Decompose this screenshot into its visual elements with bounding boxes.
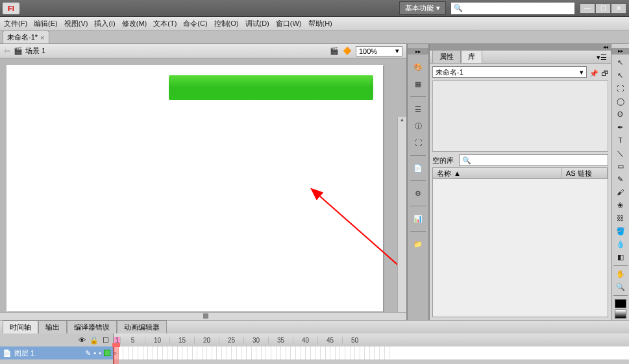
tab-compiler-errors[interactable]: 编译器错误 (67, 321, 117, 334)
menu-view[interactable]: 视图(V) (64, 19, 88, 29)
menu-command[interactable]: 命令(C) (183, 19, 207, 29)
align-panel-icon[interactable]: ☰ (411, 102, 425, 116)
frame-cell[interactable] (311, 346, 316, 359)
frame-cell[interactable] (375, 346, 380, 359)
help-search-input[interactable] (463, 5, 572, 12)
help-search[interactable]: 🔍 (451, 3, 574, 14)
frame-cell[interactable] (345, 346, 351, 359)
frame-cell[interactable] (237, 346, 242, 359)
menu-insert[interactable]: 插入(I) (94, 19, 115, 29)
tab-output[interactable]: 输出 (38, 321, 67, 334)
frame-cell[interactable] (119, 346, 124, 359)
frame-cell[interactable] (291, 346, 296, 359)
frame-cell[interactable] (301, 346, 306, 359)
layer-lock-dot[interactable]: • (99, 349, 101, 357)
frame-cell[interactable] (188, 346, 193, 359)
paint-bucket-tool[interactable]: 🪣 (613, 225, 628, 237)
frame-cell[interactable] (217, 346, 222, 359)
stroke-color-swatch[interactable] (615, 299, 626, 308)
tab-properties[interactable]: 属性 (432, 50, 461, 63)
3d-rotation-tool[interactable]: ◯ (613, 95, 628, 108)
frame-cell[interactable] (212, 346, 217, 359)
layer-visible-dot[interactable]: • (93, 349, 96, 357)
frame-ruler[interactable]: 1 5 10 15 20 25 30 35 40 45 50 (114, 334, 629, 346)
zoom-tool[interactable]: 🔍 (613, 281, 628, 293)
frame-cell[interactable] (336, 346, 341, 359)
new-library-icon[interactable]: 🗗 (601, 69, 608, 77)
menu-debug[interactable]: 调试(D) (245, 19, 269, 29)
frame-cell[interactable] (355, 346, 360, 359)
col-name[interactable]: 名称 ▲ (433, 168, 562, 178)
line-tool[interactable]: ＼ (613, 147, 628, 160)
brush-tool[interactable]: 🖌 (613, 186, 628, 199)
frame-cell[interactable] (129, 346, 134, 359)
frame-cell[interactable] (148, 346, 153, 359)
frame-cell[interactable] (197, 346, 203, 359)
eyedropper-tool[interactable]: 💧 (613, 238, 628, 250)
library-doc-select[interactable]: 未命名-1 ▾ (432, 66, 587, 78)
scene-breadcrumb[interactable]: 🎬 场景 1 (14, 46, 45, 56)
frame-cell[interactable] (182, 346, 188, 359)
vertical-scrollbar[interactable] (397, 117, 406, 312)
frame-cell[interactable] (286, 346, 291, 359)
bone-tool[interactable]: ⛓ (613, 212, 628, 224)
lock-icon[interactable]: 🔒 (90, 336, 99, 345)
library-item-list[interactable] (432, 179, 608, 317)
frame-cell[interactable] (351, 346, 356, 359)
frame-cell[interactable] (123, 346, 129, 359)
close-tab-icon[interactable]: × (40, 34, 44, 42)
fill-color-swatch[interactable] (615, 309, 626, 319)
close-button[interactable]: ✕ (611, 3, 626, 14)
frame-cell[interactable] (232, 346, 237, 359)
frame-cell[interactable] (143, 346, 149, 359)
library-search-input[interactable] (474, 156, 605, 164)
document-tab[interactable]: 未命名-1* × (3, 30, 49, 43)
frame-cell[interactable] (163, 346, 168, 359)
green-rectangle-shape[interactable] (169, 75, 373, 100)
info-panel-icon[interactable]: ⓘ (411, 119, 425, 133)
frame-cell[interactable] (281, 346, 286, 359)
code-snippets-icon[interactable]: 📄 (411, 161, 425, 175)
dock-toggle-icon[interactable]: ▸▸ (408, 48, 428, 55)
rectangle-tool[interactable]: ▭ (613, 160, 628, 173)
col-as-linkage[interactable]: AS 链接 (562, 168, 608, 178)
menu-edit[interactable]: 编辑(E) (34, 19, 58, 29)
frame-cell[interactable] (227, 346, 232, 359)
workspace-switcher[interactable]: 基本功能 ▾ (399, 1, 446, 15)
pencil-tool[interactable]: ✎ (613, 173, 628, 186)
layer-row[interactable]: 📄 图层 1 ✎ • • (0, 346, 113, 359)
outline-icon[interactable]: ☐ (103, 336, 109, 345)
frame-cell[interactable] (315, 346, 321, 359)
minimize-button[interactable]: — (580, 3, 595, 14)
menu-file[interactable]: 文件(F) (4, 19, 27, 29)
maximize-button[interactable]: ☐ (595, 3, 611, 14)
frame-cell[interactable] (252, 346, 257, 359)
frame-cell[interactable] (306, 346, 311, 359)
frame-cell[interactable] (193, 346, 198, 359)
frame-cell[interactable] (385, 346, 390, 359)
tab-motion-editor[interactable]: 动画编辑器 (117, 321, 167, 334)
frame-cell[interactable] (326, 346, 331, 359)
selection-tool[interactable]: ↖ (613, 56, 628, 69)
frame-cell[interactable] (203, 346, 208, 359)
frame-cell[interactable] (241, 346, 247, 359)
frame-row[interactable] (114, 346, 629, 359)
components-panel-icon[interactable]: ⚙ (411, 186, 425, 200)
project-panel-icon[interactable]: 📁 (411, 237, 425, 251)
color-panel-icon[interactable]: 🎨 (411, 60, 425, 74)
swatches-panel-icon[interactable]: ▦ (411, 77, 425, 91)
tab-timeline[interactable]: 时间轴 (3, 321, 38, 334)
frame-cell[interactable] (133, 346, 138, 359)
subselection-tool[interactable]: ↖ (613, 69, 628, 82)
menu-control[interactable]: 控制(O) (214, 19, 239, 29)
frame-cell[interactable] (360, 346, 365, 359)
zoom-select[interactable]: 100% ▾ (356, 46, 402, 56)
lasso-tool[interactable]: ʘ (613, 108, 628, 121)
frame-cell[interactable] (222, 346, 227, 359)
frame-cell[interactable] (380, 346, 385, 359)
frame-cell[interactable] (173, 346, 178, 359)
frame-cell[interactable] (158, 346, 163, 359)
layer-outline-swatch[interactable] (104, 350, 110, 356)
motion-presets-icon[interactable]: 📊 (411, 212, 425, 226)
panel-menu-icon[interactable]: ▾☰ (593, 52, 611, 63)
